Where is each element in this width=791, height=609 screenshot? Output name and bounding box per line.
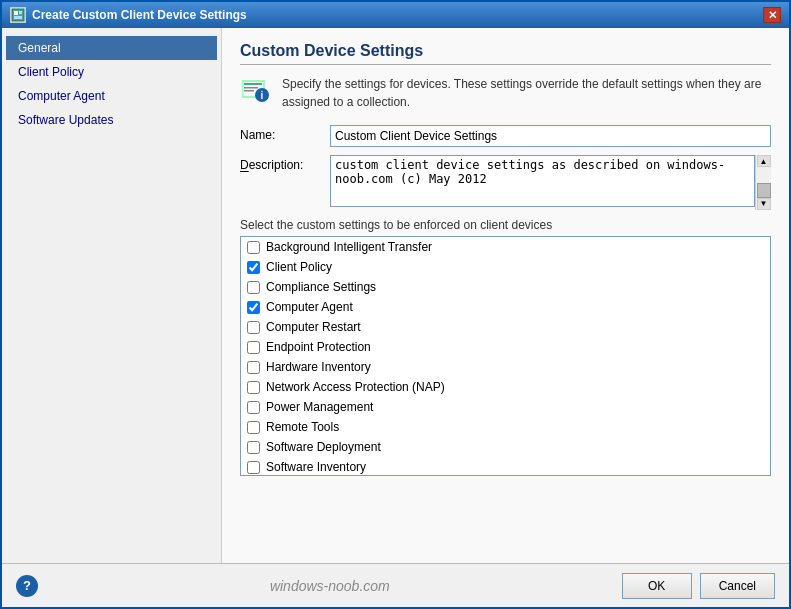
- list-item[interactable]: Client Policy: [241, 257, 770, 277]
- list-item[interactable]: Power Management: [241, 397, 770, 417]
- list-item[interactable]: Software Deployment: [241, 437, 770, 457]
- description-wrapper: ▲ ▼: [330, 155, 771, 210]
- title-bar-left: Create Custom Client Device Settings: [10, 7, 247, 23]
- settings-item-label: Computer Agent: [266, 300, 353, 314]
- settings-checkbox[interactable]: [247, 301, 260, 314]
- settings-item-label: Software Inventory: [266, 460, 366, 474]
- list-item[interactable]: Hardware Inventory: [241, 357, 770, 377]
- settings-checkbox[interactable]: [247, 381, 260, 394]
- list-item[interactable]: Computer Restart: [241, 317, 770, 337]
- settings-checkbox[interactable]: [247, 441, 260, 454]
- info-box: i Specify the settings for devices. Thes…: [240, 75, 771, 111]
- sidebar-item-client-policy[interactable]: Client Policy: [6, 60, 217, 84]
- settings-item-label: Background Intelligent Transfer: [266, 240, 432, 254]
- settings-item-label: Endpoint Protection: [266, 340, 371, 354]
- dialog-footer: ? windows-noob.com OK Cancel: [2, 563, 789, 607]
- settings-item-label: Power Management: [266, 400, 373, 414]
- scroll-thumb[interactable]: [757, 183, 771, 198]
- settings-checkbox[interactable]: [247, 261, 260, 274]
- list-item[interactable]: Endpoint Protection: [241, 337, 770, 357]
- title-text: Create Custom Client Device Settings: [32, 8, 247, 22]
- description-label: Description:: [240, 155, 330, 172]
- settings-checkbox[interactable]: [247, 281, 260, 294]
- settings-checkbox[interactable]: [247, 461, 260, 474]
- settings-list: Background Intelligent TransferClient Po…: [240, 236, 771, 476]
- svg-rect-1: [14, 11, 18, 15]
- list-item[interactable]: Remote Tools: [241, 417, 770, 437]
- settings-checkbox[interactable]: [247, 341, 260, 354]
- settings-checkbox[interactable]: [247, 401, 260, 414]
- settings-checkbox[interactable]: [247, 361, 260, 374]
- settings-item-label: Software Deployment: [266, 440, 381, 454]
- settings-item-label: Client Policy: [266, 260, 332, 274]
- svg-rect-3: [14, 16, 22, 19]
- scroll-down-arrow[interactable]: ▼: [757, 198, 771, 210]
- ok-button[interactable]: OK: [622, 573, 692, 599]
- close-button[interactable]: ✕: [763, 7, 781, 23]
- footer-left: ?: [16, 575, 38, 597]
- settings-item-label: Compliance Settings: [266, 280, 376, 294]
- name-row: Name:: [240, 125, 771, 147]
- svg-text:i: i: [261, 90, 264, 101]
- footer-watermark: windows-noob.com: [38, 578, 622, 594]
- settings-checkbox[interactable]: [247, 321, 260, 334]
- list-item[interactable]: Network Access Protection (NAP): [241, 377, 770, 397]
- svg-rect-5: [244, 83, 262, 85]
- list-item[interactable]: Background Intelligent Transfer: [241, 237, 770, 257]
- help-button[interactable]: ?: [16, 575, 38, 597]
- dialog-body: General Client Policy Computer Agent Sof…: [2, 28, 789, 563]
- name-input[interactable]: [330, 125, 771, 147]
- description-row: Description: ▲ ▼: [240, 155, 771, 210]
- cancel-button[interactable]: Cancel: [700, 573, 775, 599]
- main-content: Custom Device Settings i Specify the set…: [222, 28, 789, 563]
- settings-checkbox[interactable]: [247, 421, 260, 434]
- settings-checkbox[interactable]: [247, 241, 260, 254]
- description-scrollbar[interactable]: ▲ ▼: [755, 155, 771, 210]
- settings-item-label: Computer Restart: [266, 320, 361, 334]
- title-bar: Create Custom Client Device Settings ✕: [2, 2, 789, 28]
- sidebar: General Client Policy Computer Agent Sof…: [2, 28, 222, 563]
- footer-buttons: OK Cancel: [622, 573, 775, 599]
- info-icon: i: [240, 75, 272, 107]
- list-item[interactable]: Software Inventory: [241, 457, 770, 476]
- dialog-window: Create Custom Client Device Settings ✕ G…: [0, 0, 791, 609]
- name-label: Name:: [240, 125, 330, 142]
- list-item[interactable]: Computer Agent: [241, 297, 770, 317]
- scroll-up-arrow[interactable]: ▲: [757, 155, 771, 167]
- settings-item-label: Network Access Protection (NAP): [266, 380, 445, 394]
- svg-rect-6: [244, 87, 258, 89]
- settings-list-label: Select the custom settings to be enforce…: [240, 218, 771, 232]
- settings-item-label: Hardware Inventory: [266, 360, 371, 374]
- settings-item-label: Remote Tools: [266, 420, 339, 434]
- svg-rect-2: [19, 11, 22, 14]
- section-title: Custom Device Settings: [240, 42, 771, 65]
- info-description: Specify the settings for devices. These …: [282, 75, 771, 111]
- svg-rect-7: [244, 90, 254, 92]
- description-input[interactable]: [330, 155, 755, 207]
- list-item[interactable]: Compliance Settings: [241, 277, 770, 297]
- sidebar-item-computer-agent[interactable]: Computer Agent: [6, 84, 217, 108]
- sidebar-item-software-updates[interactable]: Software Updates: [6, 108, 217, 132]
- window-icon: [10, 7, 26, 23]
- sidebar-item-general[interactable]: General: [6, 36, 217, 60]
